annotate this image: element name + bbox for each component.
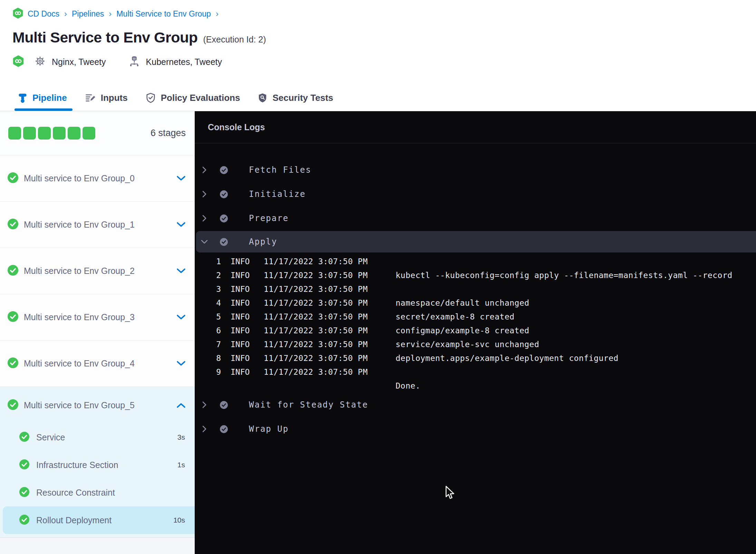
chevron-right-icon[interactable] <box>200 166 209 174</box>
stage-row[interactable]: Multi service to Env Group_2 <box>0 248 195 294</box>
log-message: secret/example-8 created <box>396 310 514 324</box>
environments-label[interactable]: Kubernetes, Tweety <box>146 57 222 67</box>
log-line: 4INFO11/17/2022 3:07:50 PMnamespace/defa… <box>195 296 756 310</box>
chevron-down-icon[interactable] <box>176 175 186 181</box>
log-line: 6INFO11/17/2022 3:07:50 PMconfigmap/exam… <box>195 324 756 337</box>
success-check-icon <box>8 311 18 323</box>
success-check-icon <box>19 487 29 498</box>
tab-inputs[interactable]: Inputs <box>85 85 128 111</box>
chevron-right-icon[interactable] <box>200 214 209 222</box>
tab-label: Security Tests <box>272 93 333 103</box>
tab-pipeline[interactable]: Pipeline <box>18 85 67 111</box>
step-name: Resource Constraint <box>36 488 115 498</box>
console-step-row[interactable]: Wrap Up <box>195 417 756 441</box>
log-line: 8INFO11/17/2022 3:07:50 PMdeployment.app… <box>195 351 756 365</box>
step-success-check-icon <box>220 166 228 174</box>
stage-progress-squares <box>8 127 95 140</box>
breadcrumb-link-cd-docs[interactable]: CD Docs <box>28 9 59 19</box>
stage-step-row[interactable]: Service3s <box>0 423 195 451</box>
log-line: 2INFO11/17/2022 3:07:50 PMkubectl --kube… <box>195 268 756 282</box>
chevron-right-icon[interactable] <box>200 401 209 409</box>
chevron-up-icon[interactable] <box>176 402 186 408</box>
stage-progress-square <box>38 127 51 140</box>
log-level: INFO <box>231 351 255 365</box>
console-step-row[interactable]: Fetch Files <box>195 158 756 182</box>
stage-row[interactable]: Multi service to Env Group_3 <box>0 294 195 341</box>
policy-shield-icon <box>146 93 156 103</box>
log-line-number: 2 <box>207 268 221 282</box>
services-label[interactable]: Nginx, Tweety <box>52 57 106 67</box>
console-step-name: Fetch Files <box>249 165 311 175</box>
chevron-down-icon[interactable] <box>176 314 186 320</box>
stage-progress-square <box>83 127 95 140</box>
chevron-down-icon[interactable] <box>176 222 186 228</box>
execution-id: (Execution Id: 2) <box>203 35 266 45</box>
chevron-right-icon[interactable] <box>200 190 209 198</box>
console-step-row[interactable]: Prepare <box>195 206 756 230</box>
log-level: INFO <box>231 296 255 310</box>
tab-security-tests[interactable]: Security Tests <box>258 85 333 111</box>
log-block: 1INFO11/17/2022 3:07:50 PM2INFO11/17/202… <box>195 255 756 393</box>
log-line: Done. <box>195 379 756 393</box>
step-success-check-icon <box>220 238 228 246</box>
step-duration: 10s <box>173 516 185 524</box>
inputs-icon <box>85 93 96 103</box>
step-duration: 3s <box>177 433 185 441</box>
stage-step-row[interactable]: Infrastructure Section1s <box>0 451 195 479</box>
log-line: 3INFO11/17/2022 3:07:50 PM <box>195 282 756 296</box>
stage-name: Multi service to Env Group_2 <box>24 266 135 276</box>
stage-step-row[interactable]: Resource Constraint <box>0 479 195 506</box>
step-success-check-icon <box>220 401 228 409</box>
success-check-icon <box>19 459 29 471</box>
stage-count-label: 6 stages <box>151 128 186 138</box>
chevron-down-icon[interactable] <box>200 239 209 245</box>
console-step-name: Wrap Up <box>249 424 289 434</box>
page-title: Multi Service to Env Group <box>12 29 198 46</box>
pipeline-execution-screen: CD Docs › Pipelines › Multi Service to E… <box>0 0 756 554</box>
console-step-row[interactable]: Initialize <box>195 182 756 206</box>
log-message: kubectl --kubeconfig=config apply --file… <box>396 268 733 282</box>
stage-progress-row: 6 stages <box>0 111 195 155</box>
services-gear-icon <box>35 56 46 68</box>
log-line-number: 1 <box>207 255 221 268</box>
step-success-check-icon <box>220 190 228 199</box>
log-level: INFO <box>231 310 255 324</box>
security-shield-icon <box>258 93 267 103</box>
environments-icon <box>129 55 140 69</box>
log-line-number: 9 <box>207 365 221 379</box>
stage-row[interactable]: Multi service to Env Group_4 <box>0 341 195 387</box>
log-level: INFO <box>231 337 255 351</box>
title-row: Multi Service to Env Group (Execution Id… <box>12 29 756 46</box>
log-timestamp: 11/17/2022 3:07:50 PM <box>264 282 371 296</box>
stage-row[interactable]: Multi service to Env Group_1 <box>0 202 195 248</box>
chevron-down-icon[interactable] <box>176 361 186 366</box>
success-check-icon <box>8 265 18 277</box>
stage-step-row[interactable]: Rollout Deployment10s <box>3 506 195 534</box>
breadcrumb-link-pipeline-name[interactable]: Multi Service to Env Group <box>116 9 211 19</box>
chevron-down-icon[interactable] <box>176 268 186 274</box>
log-timestamp: 11/17/2022 3:07:50 PM <box>264 255 371 268</box>
log-level <box>231 379 255 393</box>
tab-policy-evaluations[interactable]: Policy Evaluations <box>146 85 240 111</box>
log-line: 9INFO11/17/2022 3:07:50 PM <box>195 365 756 379</box>
log-level: INFO <box>231 268 255 282</box>
step-duration: 1s <box>177 461 185 469</box>
breadcrumb-link-pipelines[interactable]: Pipelines <box>72 9 104 19</box>
chevron-right-icon[interactable] <box>200 425 209 433</box>
content-split: 6 stages Multi service to Env Group_0Mul… <box>0 111 756 554</box>
success-check-icon <box>8 357 18 370</box>
breadcrumb-separator: › <box>64 9 68 19</box>
log-line: 5INFO11/17/2022 3:07:50 PMsecret/example… <box>195 310 756 324</box>
log-message: namespace/default unchanged <box>396 296 529 310</box>
console-step-row[interactable]: Apply <box>196 231 756 252</box>
stage-row[interactable]: Multi service to Env Group_0 <box>0 155 195 202</box>
log-message: service/example-svc unchanged <box>396 337 539 351</box>
console-step-name: Prepare <box>249 213 289 223</box>
console-step-row[interactable]: Wait for Steady State <box>195 393 756 417</box>
stage-progress-square <box>53 127 66 140</box>
tabbar: Pipeline Inputs Policy Evaluations Secur… <box>0 85 756 111</box>
page-header: CD Docs › Pipelines › Multi Service to E… <box>0 0 756 85</box>
stage-name: Multi service to Env Group_0 <box>24 173 135 183</box>
stage-row-expanded-header[interactable]: Multi service to Env Group_5 <box>0 387 195 423</box>
step-name: Service <box>36 432 65 442</box>
